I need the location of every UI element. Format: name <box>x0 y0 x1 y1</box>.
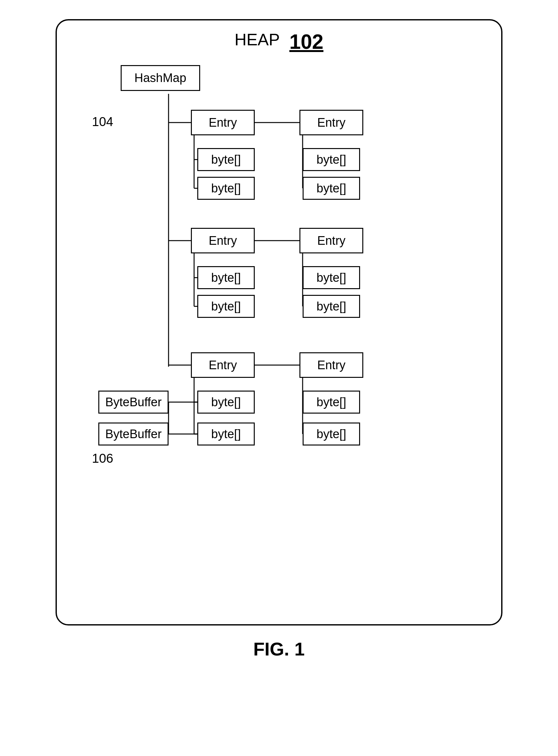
heap-box: HEAP 102 HashMap 104 106 Entry Entry byt… <box>55 19 503 625</box>
bytebuffer-1: ByteBuffer <box>98 391 169 414</box>
byte-row1-right-1: byte[] <box>303 148 360 171</box>
label-104: 104 <box>92 114 113 129</box>
connections-svg <box>57 20 501 624</box>
hashmap-label: HashMap <box>134 71 186 85</box>
byte-row1-left-1: byte[] <box>197 148 255 171</box>
heap-label: HEAP 102 <box>235 30 323 54</box>
entry-row3-right: Entry <box>299 352 363 378</box>
fig-label: FIG. 1 <box>253 638 305 660</box>
entry-row1-left: Entry <box>191 110 255 135</box>
heap-number: 102 <box>289 30 323 54</box>
byte-row2-right-1: byte[] <box>303 266 360 289</box>
entry-row2-left: Entry <box>191 228 255 253</box>
byte-row3-left-1: byte[] <box>197 391 255 414</box>
byte-row3-right-2: byte[] <box>303 422 360 445</box>
entry-row3-left: Entry <box>191 352 255 378</box>
byte-row1-right-2: byte[] <box>303 177 360 200</box>
heap-title: HEAP <box>235 30 280 49</box>
byte-row2-left-2: byte[] <box>197 295 255 318</box>
label-106: 106 <box>92 451 113 466</box>
byte-row3-right-1: byte[] <box>303 391 360 414</box>
byte-row3-left-2: byte[] <box>197 422 255 445</box>
byte-row2-right-2: byte[] <box>303 295 360 318</box>
hashmap-box: HashMap <box>121 65 200 91</box>
entry-row2-right: Entry <box>299 228 363 253</box>
byte-row1-left-2: byte[] <box>197 177 255 200</box>
bytebuffer-2: ByteBuffer <box>98 422 169 445</box>
page-container: HEAP 102 HashMap 104 106 Entry Entry byt… <box>0 0 558 756</box>
entry-row1-right: Entry <box>299 110 363 135</box>
byte-row2-left-1: byte[] <box>197 266 255 289</box>
